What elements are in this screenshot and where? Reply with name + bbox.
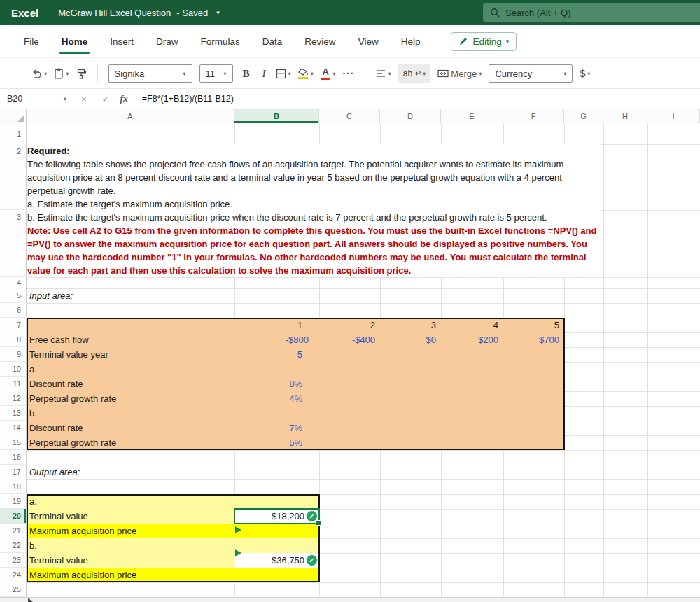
search-box[interactable]: Search (Alt + Q) bbox=[483, 4, 700, 22]
row-header-12[interactable]: 12 bbox=[0, 391, 27, 406]
max-price-b-label[interactable]: Maximum acquisition price bbox=[29, 568, 136, 582]
font-name-select[interactable]: Signika ▾ bbox=[108, 64, 192, 83]
fill-color-button[interactable]: ▾ bbox=[298, 68, 314, 79]
terminal-value-year-label[interactable]: Terminal value year bbox=[29, 347, 108, 362]
tab-file[interactable]: File bbox=[13, 25, 50, 57]
growth-rate-a-label[interactable]: Perpetual growth rate bbox=[29, 391, 116, 406]
input-part-a-label[interactable]: a. bbox=[29, 362, 37, 377]
discount-rate-b-value[interactable]: 7% bbox=[234, 421, 319, 435]
column-header-c[interactable]: C bbox=[319, 109, 380, 123]
editing-mode-button[interactable]: Editing ▾ bbox=[451, 32, 517, 51]
column-header-h[interactable]: H bbox=[603, 109, 648, 123]
row-header-2[interactable]: 2 bbox=[0, 144, 27, 210]
column-header-e[interactable]: E bbox=[441, 109, 503, 123]
sheet-grid[interactable]: 1 2 3 4 5 6 7 8 9 10 11 12 13 14 15 16 1… bbox=[0, 123, 700, 597]
row-header-21[interactable]: 21 bbox=[0, 524, 27, 538]
align-button[interactable]: ▾ bbox=[376, 69, 391, 78]
year-4-header[interactable]: 4 bbox=[441, 318, 503, 332]
row-header-17[interactable]: 17 bbox=[0, 465, 27, 479]
discount-rate-b-label[interactable]: Discount rate bbox=[29, 421, 83, 435]
discount-rate-a-value[interactable]: 8% bbox=[234, 377, 319, 391]
document-title[interactable]: McGraw Hill Excel Question bbox=[58, 8, 171, 18]
row-header-7[interactable]: 7 bbox=[0, 318, 27, 332]
borders-button[interactable]: ▾ bbox=[276, 69, 291, 79]
discount-rate-a-label[interactable]: Discount rate bbox=[29, 377, 83, 391]
growth-rate-b-value[interactable]: 5% bbox=[234, 435, 319, 450]
row-header-8[interactable]: 8 bbox=[0, 332, 27, 347]
column-header-i[interactable]: I bbox=[648, 109, 700, 123]
output-part-b-label[interactable]: b. bbox=[29, 538, 37, 553]
fill-handle[interactable] bbox=[316, 520, 321, 526]
name-box[interactable]: B20 ▾ bbox=[0, 89, 73, 108]
max-price-a-label[interactable]: Maximum acquisition price bbox=[29, 524, 136, 538]
enter-check-icon[interactable]: ✓ bbox=[102, 94, 110, 104]
year-5-header[interactable]: 5 bbox=[503, 318, 564, 332]
wrap-text-button[interactable]: ab ▾ bbox=[398, 64, 431, 83]
format-painter-button[interactable] bbox=[76, 69, 87, 79]
column-header-f[interactable]: F bbox=[503, 109, 564, 123]
year-2-header[interactable]: 2 bbox=[319, 318, 380, 332]
row-header-4[interactable]: 4 bbox=[0, 277, 27, 288]
row-header-14[interactable]: 14 bbox=[0, 421, 27, 435]
tab-formulas[interactable]: Formulas bbox=[190, 25, 251, 57]
output-part-a-label[interactable]: a. bbox=[29, 494, 37, 509]
input-area-label[interactable]: Input area: bbox=[29, 288, 73, 303]
column-header-b[interactable]: B bbox=[234, 109, 319, 123]
font-color-button[interactable]: A ▾ bbox=[321, 67, 335, 80]
fcf-year5-value[interactable]: $700 bbox=[503, 332, 564, 347]
undo-button[interactable]: ▾ bbox=[31, 69, 47, 79]
more-options-button[interactable]: ··· bbox=[342, 68, 354, 79]
year-1-header[interactable]: 1 bbox=[234, 318, 319, 332]
fx-icon[interactable]: fx bbox=[120, 93, 128, 104]
tab-help[interactable]: Help bbox=[390, 25, 432, 57]
row-header-13[interactable]: 13 bbox=[0, 406, 27, 421]
app-logo[interactable]: Excel bbox=[11, 7, 38, 19]
row-header-18[interactable]: 18 bbox=[0, 479, 27, 494]
row-header-1[interactable]: 1 bbox=[0, 123, 27, 144]
row-header-23[interactable]: 23 bbox=[0, 553, 27, 568]
fcf-year2-value[interactable]: -$400 bbox=[319, 332, 380, 347]
free-cash-flow-label[interactable]: Free cash flow bbox=[29, 332, 89, 347]
row-header-20[interactable]: 20 bbox=[0, 509, 27, 524]
selected-cell-b20[interactable] bbox=[234, 508, 320, 524]
row-header-10[interactable]: 10 bbox=[0, 362, 27, 377]
fcf-year1-value[interactable]: -$800 bbox=[234, 332, 319, 347]
select-all-corner[interactable] bbox=[0, 109, 27, 123]
fcf-year3-value[interactable]: $0 bbox=[380, 332, 441, 347]
terminal-value-b-cell[interactable]: $36,750 ✓ bbox=[235, 553, 318, 568]
tab-insert[interactable]: Insert bbox=[99, 25, 145, 57]
currency-format-button[interactable]: $ ▾ bbox=[580, 68, 590, 79]
row-header-6[interactable]: 6 bbox=[0, 303, 27, 318]
fcf-year4-value[interactable]: $200 bbox=[441, 332, 503, 347]
row-header-24[interactable]: 24 bbox=[0, 568, 27, 582]
row-header-11[interactable]: 11 bbox=[0, 377, 27, 391]
font-size-select[interactable]: 11 ▾ bbox=[200, 64, 233, 83]
row-header-25[interactable]: 25 bbox=[0, 582, 27, 597]
row-header-16[interactable]: 16 bbox=[0, 450, 27, 465]
italic-button[interactable]: I bbox=[260, 68, 269, 80]
row-header-9[interactable]: 9 bbox=[0, 347, 27, 362]
tab-view[interactable]: View bbox=[347, 25, 390, 57]
merge-button[interactable]: Merge ▾ bbox=[438, 69, 482, 79]
row-header-3[interactable]: 3 bbox=[0, 210, 27, 277]
tab-data[interactable]: Data bbox=[251, 25, 294, 57]
tab-draw[interactable]: Draw bbox=[145, 25, 190, 57]
cancel-icon[interactable]: × bbox=[81, 94, 87, 104]
tab-review[interactable]: Review bbox=[293, 25, 346, 57]
growth-rate-b-label[interactable]: Perpetual growth rate bbox=[29, 435, 116, 450]
cell-a2-a3-instructions[interactable]: Required: The following table shows the … bbox=[27, 144, 601, 277]
terminal-value-b-label[interactable]: Terminal value bbox=[29, 553, 88, 568]
growth-rate-a-value[interactable]: 4% bbox=[234, 391, 319, 406]
paste-button[interactable]: ▾ bbox=[54, 68, 69, 79]
row-header-19[interactable]: 19 bbox=[0, 494, 27, 509]
column-header-a[interactable]: A bbox=[27, 109, 234, 123]
number-format-select[interactable]: Currency ▾ bbox=[489, 64, 573, 83]
terminal-value-a-label[interactable]: Terminal value bbox=[29, 509, 88, 524]
input-part-b-label[interactable]: b. bbox=[29, 406, 37, 421]
year-3-header[interactable]: 3 bbox=[380, 318, 441, 332]
formula-input[interactable]: =F8*(1+B12)/(B11-B12) bbox=[142, 94, 234, 104]
row-header-22[interactable]: 22 bbox=[0, 538, 27, 553]
title-chevron-down-icon[interactable]: ▾ bbox=[216, 9, 220, 16]
row-header-5[interactable]: 5 bbox=[0, 288, 27, 303]
column-header-d[interactable]: D bbox=[380, 109, 441, 123]
